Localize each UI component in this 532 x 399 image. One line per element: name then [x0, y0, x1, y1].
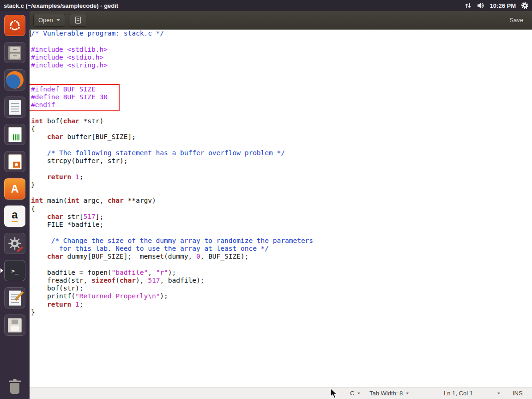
ubuntu-software-icon[interactable]: A: [4, 178, 25, 200]
top-bar: stack.c (~/examples/samplecode) - gedit …: [0, 0, 532, 11]
cursor-position-selector[interactable]: Ln 1, Col 1: [444, 387, 500, 399]
window-title: stack.c (~/examples/samplecode) - gedit: [4, 2, 118, 9]
code-line: bof(str);: [31, 284, 532, 292]
code-line: [31, 165, 532, 173]
terminal-icon[interactable]: >_: [4, 260, 25, 281]
text-area[interactable]: /* Vunlerable program: stack.c */ #inclu…: [30, 30, 532, 387]
code-line: char buffer[BUF_SIZE];: [31, 133, 532, 141]
code-line: [31, 141, 532, 149]
session-gear-icon[interactable]: [521, 2, 528, 9]
code-line: printf("Returned Properly\n");: [31, 292, 532, 300]
ubuntu-logo-icon[interactable]: [4, 15, 25, 36]
status-bar: C Tab Width: 8 Ln 1, Col 1 INS: [30, 387, 532, 399]
gedit-toolbar: Open Save: [30, 11, 532, 30]
code-line: [31, 260, 532, 268]
text-editor-icon[interactable]: [4, 97, 25, 118]
libreoffice-calc-icon[interactable]: [4, 124, 25, 145]
system-settings-icon[interactable]: [4, 233, 25, 254]
code-line: }: [31, 181, 532, 189]
spreadsheet-glyph: [8, 127, 22, 142]
code-line: }: [31, 308, 532, 316]
software-a-glyph: A: [11, 183, 19, 195]
code-line: badfile = fopen("badfile", "r");: [31, 269, 532, 277]
code-line: char dummy[BUF_SIZE]; memset(dummy, 0, B…: [31, 253, 532, 260]
document-glyph: [9, 100, 21, 115]
open-button[interactable]: Open: [33, 14, 65, 27]
chevron-down-icon: [497, 393, 500, 394]
code-line: int bof(char *str): [31, 117, 532, 125]
new-document-button[interactable]: [70, 14, 86, 27]
code-line: #include <stdlib.h>: [31, 46, 532, 54]
presentation-glyph: [8, 154, 22, 169]
code-line: {: [31, 125, 532, 133]
code-line: FILE *badfile;: [31, 221, 532, 229]
launcher: A a >_: [0, 11, 30, 399]
chevron-down-icon: [56, 19, 60, 21]
network-arrows-icon[interactable]: [465, 2, 472, 9]
firefox-icon[interactable]: [4, 69, 25, 91]
insert-mode-label: INS: [513, 390, 523, 397]
document-glyph: [9, 290, 21, 306]
code-line: return 1;: [31, 173, 532, 181]
code-line: [31, 78, 532, 85]
open-button-label: Open: [38, 17, 53, 24]
code-line: /* Change the size of the dummy array to…: [31, 237, 532, 245]
trash-icon[interactable]: [4, 376, 25, 397]
gedit-pencil-icon[interactable]: [4, 287, 25, 308]
code-line: char str[517];: [31, 213, 532, 221]
code-line: #include <stdio.h>: [31, 54, 532, 61]
code-line: #include <string.h>: [31, 61, 532, 69]
code-line: /* The following statement has a buffer …: [31, 149, 532, 157]
code-lines: /* Vunlerable program: stack.c */ #inclu…: [31, 30, 532, 316]
tab-width-label: Tab Width: 8: [369, 390, 403, 397]
libreoffice-impress-icon[interactable]: [4, 151, 25, 172]
language-label: C: [350, 390, 354, 397]
save-button[interactable]: Save: [504, 14, 528, 27]
clock[interactable]: 10:26 PM: [490, 2, 516, 9]
insert-mode-indicator: INS: [513, 387, 523, 399]
volume-icon[interactable]: [477, 2, 484, 9]
language-selector[interactable]: C: [350, 387, 360, 399]
chevron-down-icon: [406, 393, 409, 394]
code-line: #ifndef BUF_SIZE: [31, 85, 532, 93]
code-line: int main(int argc, char **argv): [31, 197, 532, 205]
code-line: fread(str, sizeof(char), 517, badfile);: [31, 277, 532, 284]
code-line: for this lab. Need to use the array at l…: [31, 245, 532, 253]
code-line: [31, 229, 532, 236]
code-line: [31, 69, 532, 77]
floppy-disk-icon[interactable]: [4, 314, 25, 336]
floppy-glyph: [8, 318, 22, 332]
code-line: #endif: [31, 101, 532, 109]
code-line: [31, 189, 532, 197]
file-cabinet-glyph: [8, 46, 21, 60]
firefox-glyph: [6, 71, 24, 89]
save-button-label: Save: [509, 17, 523, 24]
tab-width-selector[interactable]: Tab Width: 8: [369, 387, 409, 399]
circle-of-friends-glyph: [8, 19, 21, 32]
code-line: {: [31, 205, 532, 213]
code-line: [31, 37, 532, 45]
code-line: strcpy(buffer, str);: [31, 157, 532, 165]
amazon-glyph: a: [11, 210, 19, 222]
running-indicator: [0, 268, 3, 273]
mouse-cursor: [330, 388, 338, 399]
amazon-icon[interactable]: a: [4, 206, 25, 227]
code-line: #define BUF_SIZE 30: [31, 93, 532, 101]
code-line: return 1;: [31, 301, 532, 308]
indicator-area: 10:26 PM: [465, 2, 528, 9]
code-line: /* Vunlerable program: stack.c */: [31, 30, 532, 37]
prompt-glyph: >_: [11, 267, 18, 274]
files-icon[interactable]: [4, 42, 25, 63]
screen: stack.c (~/examples/samplecode) - gedit …: [0, 0, 532, 399]
cursor-position-label: Ln 1, Col 1: [444, 390, 473, 397]
new-document-icon: [75, 17, 81, 24]
chevron-down-icon: [357, 393, 360, 394]
trash-can-glyph: [8, 378, 22, 395]
code-line: [31, 109, 532, 117]
